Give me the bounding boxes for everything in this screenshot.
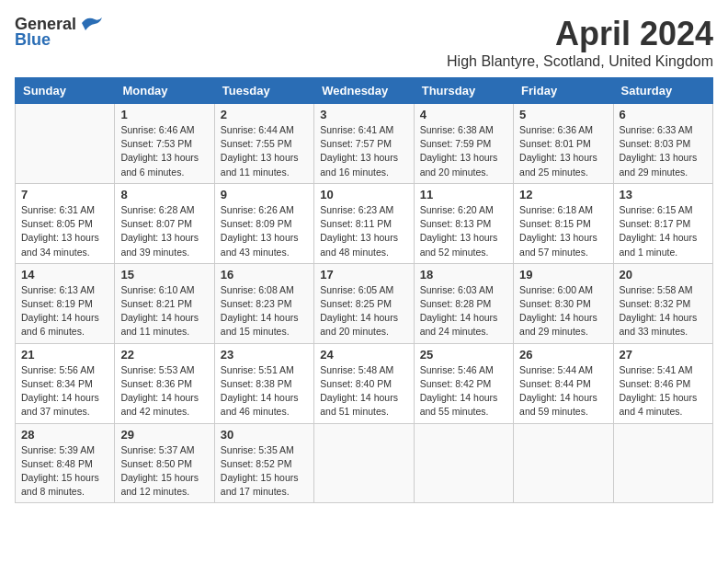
day-number: 29 — [120, 428, 208, 442]
day-number: 19 — [519, 268, 607, 282]
day-info: Sunrise: 6:18 AMSunset: 8:15 PMDaylight:… — [519, 203, 607, 259]
day-number: 15 — [120, 268, 208, 282]
day-info: Sunrise: 6:10 AMSunset: 8:21 PMDaylight:… — [120, 283, 208, 339]
calendar-table: SundayMondayTuesdayWednesdayThursdayFrid… — [15, 77, 713, 503]
day-info: Sunrise: 5:46 AMSunset: 8:42 PMDaylight:… — [420, 363, 507, 419]
calendar-cell — [613, 423, 712, 503]
day-info: Sunrise: 6:33 AMSunset: 8:03 PMDaylight:… — [620, 123, 707, 179]
calendar-cell: 6Sunrise: 6:33 AMSunset: 8:03 PMDaylight… — [613, 104, 712, 184]
day-number: 14 — [21, 268, 108, 282]
day-number: 24 — [320, 348, 407, 362]
day-number: 2 — [221, 108, 308, 121]
day-info: Sunrise: 6:00 AMSunset: 8:30 PMDaylight:… — [519, 283, 607, 339]
day-info: Sunrise: 6:15 AMSunset: 8:17 PMDaylight:… — [620, 203, 707, 259]
calendar-cell: 1Sunrise: 6:46 AMSunset: 7:53 PMDaylight… — [115, 104, 214, 184]
calendar-week-1: 1Sunrise: 6:46 AMSunset: 7:53 PMDaylight… — [16, 104, 713, 184]
calendar-cell: 16Sunrise: 6:08 AMSunset: 8:23 PMDayligh… — [214, 263, 313, 343]
calendar-cell: 15Sunrise: 6:10 AMSunset: 8:21 PMDayligh… — [115, 263, 214, 343]
logo-bird-icon — [78, 14, 104, 32]
calendar-cell: 13Sunrise: 6:15 AMSunset: 8:17 PMDayligh… — [613, 183, 712, 263]
weekday-header-tuesday: Tuesday — [214, 78, 313, 104]
weekday-header-friday: Friday — [514, 78, 613, 104]
day-number: 6 — [620, 108, 707, 121]
day-info: Sunrise: 5:37 AMSunset: 8:50 PMDaylight:… — [120, 443, 208, 500]
day-number: 13 — [620, 188, 707, 201]
day-info: Sunrise: 6:28 AMSunset: 8:07 PMDaylight:… — [120, 203, 208, 259]
day-info: Sunrise: 5:35 AMSunset: 8:52 PMDaylight:… — [221, 443, 308, 500]
day-info: Sunrise: 5:56 AMSunset: 8:34 PMDaylight:… — [21, 363, 108, 419]
calendar-cell: 24Sunrise: 5:48 AMSunset: 8:40 PMDayligh… — [314, 343, 414, 423]
day-number: 26 — [519, 348, 607, 362]
calendar-cell: 27Sunrise: 5:41 AMSunset: 8:46 PMDayligh… — [613, 343, 712, 423]
day-info: Sunrise: 6:03 AMSunset: 8:28 PMDaylight:… — [420, 283, 507, 339]
calendar-cell: 11Sunrise: 6:20 AMSunset: 8:13 PMDayligh… — [414, 183, 513, 263]
day-number: 10 — [320, 188, 407, 201]
calendar-cell: 8Sunrise: 6:28 AMSunset: 8:07 PMDaylight… — [115, 183, 214, 263]
day-info: Sunrise: 5:41 AMSunset: 8:46 PMDaylight:… — [620, 363, 707, 419]
calendar-cell: 12Sunrise: 6:18 AMSunset: 8:15 PMDayligh… — [514, 183, 613, 263]
day-info: Sunrise: 5:39 AMSunset: 8:48 PMDaylight:… — [21, 443, 108, 500]
calendar-cell: 10Sunrise: 6:23 AMSunset: 8:11 PMDayligh… — [314, 183, 414, 263]
calendar-cell: 20Sunrise: 5:58 AMSunset: 8:32 PMDayligh… — [613, 263, 712, 343]
day-number: 30 — [221, 428, 308, 442]
day-info: Sunrise: 6:23 AMSunset: 8:11 PMDaylight:… — [320, 203, 407, 259]
calendar-cell: 9Sunrise: 6:26 AMSunset: 8:09 PMDaylight… — [214, 183, 313, 263]
day-info: Sunrise: 5:53 AMSunset: 8:36 PMDaylight:… — [120, 363, 208, 419]
day-info: Sunrise: 6:31 AMSunset: 8:05 PMDaylight:… — [21, 203, 108, 259]
day-info: Sunrise: 6:05 AMSunset: 8:25 PMDaylight:… — [320, 283, 407, 339]
day-info: Sunrise: 6:13 AMSunset: 8:19 PMDaylight:… — [21, 283, 108, 339]
weekday-header-monday: Monday — [115, 78, 214, 104]
calendar-week-5: 28Sunrise: 5:39 AMSunset: 8:48 PMDayligh… — [16, 423, 713, 503]
calendar-cell: 30Sunrise: 5:35 AMSunset: 8:52 PMDayligh… — [214, 423, 313, 503]
calendar-cell: 29Sunrise: 5:37 AMSunset: 8:50 PMDayligh… — [115, 423, 214, 503]
calendar-week-4: 21Sunrise: 5:56 AMSunset: 8:34 PMDayligh… — [16, 343, 713, 423]
calendar-cell: 25Sunrise: 5:46 AMSunset: 8:42 PMDayligh… — [414, 343, 513, 423]
calendar-cell: 22Sunrise: 5:53 AMSunset: 8:36 PMDayligh… — [115, 343, 214, 423]
month-title: April 2024 — [447, 15, 713, 53]
calendar-cell: 17Sunrise: 6:05 AMSunset: 8:25 PMDayligh… — [314, 263, 414, 343]
calendar-cell — [314, 423, 414, 503]
weekday-header-sunday: Sunday — [16, 78, 115, 104]
day-number: 25 — [420, 348, 507, 362]
calendar-cell: 28Sunrise: 5:39 AMSunset: 8:48 PMDayligh… — [16, 423, 115, 503]
day-number: 16 — [221, 268, 308, 282]
day-number: 7 — [21, 188, 108, 201]
page-header: General Blue April 2024 High Blantyre, S… — [15, 15, 713, 70]
logo: General Blue — [15, 15, 104, 50]
day-number: 20 — [620, 268, 707, 282]
day-info: Sunrise: 5:58 AMSunset: 8:32 PMDaylight:… — [620, 283, 707, 339]
calendar-cell: 19Sunrise: 6:00 AMSunset: 8:30 PMDayligh… — [514, 263, 613, 343]
logo-blue-text: Blue — [15, 30, 51, 50]
calendar-cell — [514, 423, 613, 503]
calendar-cell — [16, 104, 115, 184]
day-info: Sunrise: 5:44 AMSunset: 8:44 PMDaylight:… — [519, 363, 607, 419]
day-number: 21 — [21, 348, 108, 362]
day-number: 8 — [120, 188, 208, 201]
day-info: Sunrise: 6:08 AMSunset: 8:23 PMDaylight:… — [221, 283, 308, 339]
calendar-cell: 23Sunrise: 5:51 AMSunset: 8:38 PMDayligh… — [214, 343, 313, 423]
title-block: April 2024 High Blantyre, Scotland, Unit… — [447, 15, 713, 70]
day-number: 9 — [221, 188, 308, 201]
calendar-cell — [414, 423, 513, 503]
calendar-cell: 21Sunrise: 5:56 AMSunset: 8:34 PMDayligh… — [16, 343, 115, 423]
calendar-cell: 18Sunrise: 6:03 AMSunset: 8:28 PMDayligh… — [414, 263, 513, 343]
day-number: 4 — [420, 108, 507, 121]
day-number: 11 — [420, 188, 507, 201]
day-number: 27 — [620, 348, 707, 362]
day-number: 12 — [519, 188, 607, 201]
day-info: Sunrise: 6:36 AMSunset: 8:01 PMDaylight:… — [519, 123, 607, 179]
weekday-header-wednesday: Wednesday — [314, 78, 414, 104]
day-info: Sunrise: 6:26 AMSunset: 8:09 PMDaylight:… — [221, 203, 308, 259]
calendar-cell: 2Sunrise: 6:44 AMSunset: 7:55 PMDaylight… — [214, 104, 313, 184]
weekday-header-row: SundayMondayTuesdayWednesdayThursdayFrid… — [16, 78, 713, 104]
day-info: Sunrise: 6:41 AMSunset: 7:57 PMDaylight:… — [320, 123, 407, 179]
calendar-cell: 14Sunrise: 6:13 AMSunset: 8:19 PMDayligh… — [16, 263, 115, 343]
day-number: 23 — [221, 348, 308, 362]
day-number: 5 — [519, 108, 607, 121]
calendar-cell: 5Sunrise: 6:36 AMSunset: 8:01 PMDaylight… — [514, 104, 613, 184]
day-info: Sunrise: 6:38 AMSunset: 7:59 PMDaylight:… — [420, 123, 507, 179]
day-number: 22 — [120, 348, 208, 362]
calendar-cell: 7Sunrise: 6:31 AMSunset: 8:05 PMDaylight… — [16, 183, 115, 263]
day-number: 1 — [120, 108, 208, 121]
day-number: 17 — [320, 268, 407, 282]
